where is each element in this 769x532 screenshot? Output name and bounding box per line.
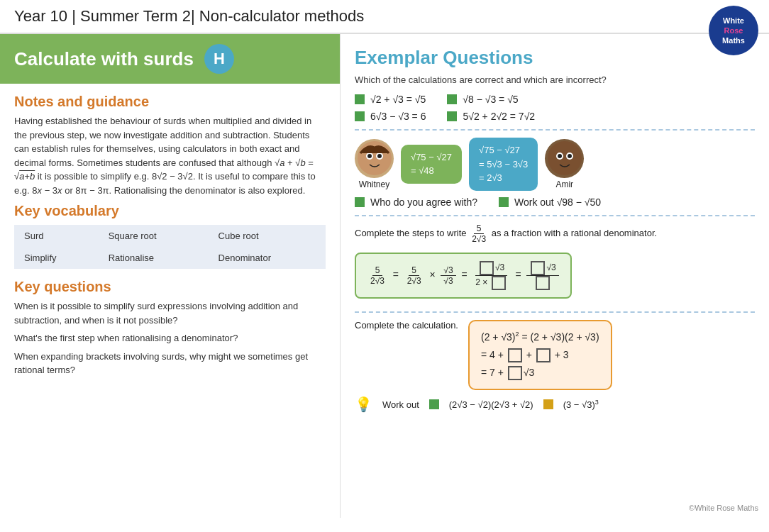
- question-2: What's the first step when rationalising…: [14, 331, 326, 345]
- eq-row-1: √2 + √3 = √5 √8 − √3 = √5: [355, 94, 755, 105]
- section-header: Calculate with surds H: [0, 34, 340, 84]
- left-content: Notes and guidance Having established th…: [0, 84, 340, 392]
- right-panel: Exemplar Questions Which of the calculat…: [341, 34, 769, 518]
- svg-point-8: [558, 154, 562, 158]
- orange-box: (2 + √3)2 = (2 + √3)(2 + √3) = 4 + + + 3…: [468, 320, 612, 391]
- whitney-speech: √75 − √27= √48: [401, 145, 462, 184]
- divider-3: [355, 311, 755, 313]
- blank-4: [536, 276, 550, 290]
- copyright: ©White Rose Maths: [689, 504, 758, 512]
- green-sq-4: [447, 111, 457, 121]
- exemplar-subtitle: Which of the calculations are correct an…: [355, 74, 755, 85]
- bottom-work-label: Work out: [382, 399, 419, 410]
- vocab-rationalise: Rationalise: [99, 247, 209, 269]
- complete-section: Complete the calculation. (2 + √3)2 = (2…: [355, 320, 755, 391]
- h-badge: H: [204, 44, 234, 74]
- svg-point-3: [367, 154, 372, 158]
- amir-label: Amir: [555, 179, 573, 189]
- bottom-expr1: (2√3 − √2)(2√3 + √2): [449, 399, 533, 410]
- bottom-sq-1: [429, 399, 439, 409]
- green-sq-2: [447, 94, 457, 104]
- question-3: When expanding brackets involving surds,…: [14, 350, 326, 377]
- svg-point-4: [377, 154, 382, 158]
- fraction-intro: Complete the steps to write 52√3 as a fr…: [355, 223, 755, 244]
- eq-item-3: 6√3 − √3 = 6: [355, 111, 426, 122]
- notes-title: Notes and guidance: [14, 94, 326, 110]
- notes-text: Having established the behaviour of surd…: [14, 114, 326, 197]
- agree-item: Who do you agree with?: [355, 196, 477, 208]
- exemplar-title: Exemplar Questions: [355, 47, 755, 69]
- bottom-expr2: (3 − √3)3: [563, 399, 599, 410]
- blank-3: [531, 261, 545, 275]
- blank-6: [536, 348, 551, 362]
- svg-point-0: [358, 141, 392, 175]
- speech-section: Whitney √75 − √27= √48 √75 − √27= 5√3 − …: [355, 138, 755, 191]
- blank-5: [508, 348, 522, 362]
- agree-sq: [355, 197, 365, 207]
- logo-line3: Maths: [722, 35, 745, 45]
- workout-text: Work out √98 − √50: [514, 196, 601, 208]
- amir-speech: √75 − √27= 5√3 − 3√3= 2√3: [469, 138, 538, 191]
- blank-2: [492, 276, 506, 290]
- green-sq-3: [355, 111, 365, 121]
- agree-row: Who do you agree with? Work out √98 − √5…: [355, 196, 755, 208]
- blank-7: [508, 366, 522, 380]
- whitney-label: Whitney: [359, 179, 389, 189]
- eq-text-2: √8 − √3 = √5: [463, 94, 518, 105]
- eq-row-2: 6√3 − √3 = 6 5√2 + 2√2 = 7√2: [355, 111, 755, 122]
- left-panel: Calculate with surds H Notes and guidanc…: [0, 34, 341, 518]
- section-title: Calculate with surds: [14, 48, 194, 70]
- eq-text-1: √2 + √3 = √5: [370, 94, 426, 105]
- main-content: Calculate with surds H Notes and guidanc…: [0, 34, 769, 518]
- whitney-avatar-col: Whitney: [355, 139, 394, 189]
- divider-2: [355, 215, 755, 216]
- top-bar: Year 10 | Summer Term 2| Non-calculator …: [0, 0, 769, 34]
- bottom-row: 💡 Work out (2√3 − √2)(2√3 + √2) (3 − √3)…: [355, 396, 755, 413]
- logo-line1: White: [723, 16, 744, 26]
- whitney-avatar: [355, 139, 394, 178]
- svg-point-5: [548, 141, 582, 175]
- workout-sq: [499, 197, 509, 207]
- fraction-box: 52√3 = 52√3 × √3√3 = √32 × = √3: [355, 253, 572, 299]
- vocab-surd: Surd: [14, 225, 99, 247]
- vocab-table: Surd Square root Cube root Simplify Rati…: [14, 225, 326, 269]
- vocab-square-root: Square root: [99, 225, 209, 247]
- eq-item-1: √2 + √3 = √5: [355, 94, 426, 105]
- question-1: When is it possible to simplify surd exp…: [14, 299, 326, 327]
- complete-intro: Complete the calculation.: [355, 320, 458, 331]
- vocab-cube-root: Cube root: [209, 225, 326, 247]
- amir-avatar-col: Amir: [545, 139, 584, 189]
- agree-text: Who do you agree with?: [370, 196, 477, 208]
- blank-1: [480, 261, 494, 275]
- questions-title: Key questions: [14, 279, 326, 295]
- vocab-denominator: Denominator: [209, 247, 326, 269]
- vocab-simplify: Simplify: [14, 247, 99, 269]
- workout-item: Work out √98 − √50: [499, 196, 601, 208]
- lightbulb-icon: 💡: [355, 396, 372, 413]
- divider-1: [355, 129, 755, 131]
- page-title: Year 10 | Summer Term 2| Non-calculator …: [14, 7, 364, 26]
- svg-point-9: [568, 154, 572, 158]
- vocab-title: Key vocabulary: [14, 203, 326, 219]
- eq-text-3: 6√3 − √3 = 6: [370, 111, 426, 122]
- wrm-logo: White Rose Maths: [709, 6, 758, 55]
- eq-text-4: 5√2 + 2√2 = 7√2: [463, 111, 535, 122]
- green-sq-1: [355, 94, 365, 104]
- logo-line2: Rose: [724, 26, 743, 35]
- bottom-sq-2: [543, 399, 553, 409]
- amir-avatar: [545, 139, 584, 178]
- eq-item-2: √8 − √3 = √5: [447, 94, 518, 105]
- eq-item-4: 5√2 + 2√2 = 7√2: [447, 111, 535, 122]
